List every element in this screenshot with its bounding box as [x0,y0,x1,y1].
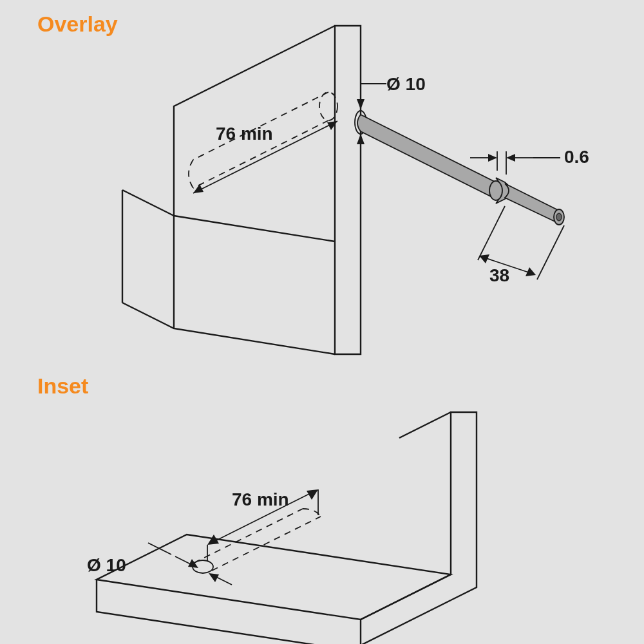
dim-bore-diameter-inset [148,543,232,585]
inset-drawing [0,0,644,644]
diagram-page: Overlay [0,0,644,644]
label-bore-depth-inset: 76 min [232,489,289,510]
label-bore-diameter-inset: Ø 10 [87,555,126,576]
